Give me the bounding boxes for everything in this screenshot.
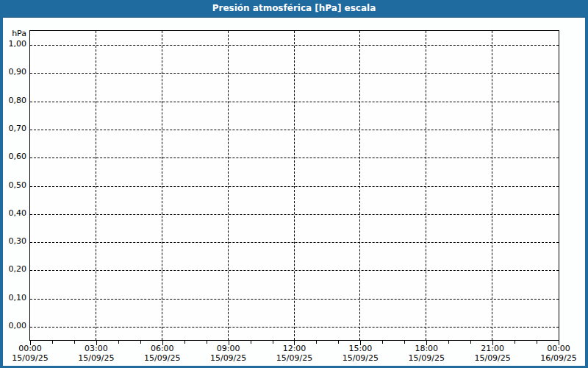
x-axis-time-label: 06:00 bbox=[151, 344, 174, 353]
x-axis-date-label: 15/09/25 bbox=[63, 353, 129, 363]
gridline-horizontal bbox=[30, 73, 559, 74]
window-title: Presión atmosférica [hPa] escala bbox=[212, 3, 376, 13]
x-axis-time-label: 12:00 bbox=[283, 344, 306, 353]
x-axis-time-label: 15:00 bbox=[349, 344, 373, 353]
gridline-horizontal bbox=[30, 270, 559, 271]
chart-window: Presión atmosférica [hPa] escala hPa 1,0… bbox=[0, 0, 588, 368]
x-axis-time-label: 09:00 bbox=[217, 344, 240, 353]
x-axis-time-label: 00:00 bbox=[547, 344, 570, 353]
y-axis-unit-label: hPa bbox=[3, 29, 26, 39]
x-axis-date-label: 15/09/25 bbox=[129, 353, 196, 363]
gridline-vertical bbox=[162, 31, 162, 340]
y-axis-tick-label: 0,00 bbox=[3, 321, 26, 331]
x-axis-label: 00:0016/09/25 bbox=[526, 344, 588, 363]
gridline-horizontal bbox=[30, 130, 559, 130]
x-axis-time-label: 21:00 bbox=[481, 344, 504, 353]
x-axis-time-label: 03:00 bbox=[85, 344, 108, 353]
x-axis-time-label: 18:00 bbox=[415, 344, 438, 353]
y-axis-tick-label: 0,50 bbox=[3, 180, 26, 191]
x-axis-label: 09:0015/09/25 bbox=[196, 344, 262, 363]
gridline-vertical bbox=[228, 31, 229, 340]
gridline-vertical bbox=[294, 31, 295, 340]
x-axis-date-label: 15/09/25 bbox=[196, 353, 262, 363]
y-axis-tick-label: 0,70 bbox=[3, 124, 26, 134]
gridline-vertical bbox=[359, 31, 360, 340]
x-axis-time-label: 00:00 bbox=[18, 344, 42, 353]
gridline-horizontal bbox=[30, 186, 559, 187]
gridline-horizontal bbox=[30, 242, 559, 243]
y-axis-tick-label: 0,30 bbox=[3, 236, 26, 247]
y-axis-tick-label: 0,90 bbox=[3, 67, 26, 77]
x-axis-label: 03:0015/09/25 bbox=[63, 344, 129, 363]
x-axis-date-label: 15/09/25 bbox=[327, 353, 393, 363]
gridline-horizontal bbox=[30, 214, 559, 215]
gridline-vertical bbox=[426, 31, 426, 340]
window-title-bar: Presión atmosférica [hPa] escala bbox=[0, 0, 588, 18]
x-axis-date-label: 16/09/25 bbox=[526, 353, 588, 363]
x-axis-label: 21:0015/09/25 bbox=[459, 344, 526, 363]
y-axis-tick-label: 0,40 bbox=[3, 208, 26, 219]
x-axis-date-label: 15/09/25 bbox=[393, 353, 459, 363]
gridline-horizontal bbox=[30, 45, 559, 46]
gridline-horizontal bbox=[30, 327, 559, 328]
x-axis-label: 15:0015/09/25 bbox=[327, 344, 393, 363]
y-axis-tick-label: 0,60 bbox=[3, 152, 26, 162]
x-axis-date-label: 15/09/25 bbox=[262, 353, 328, 363]
gridline-vertical bbox=[492, 31, 492, 340]
x-axis-date-label: 15/09/25 bbox=[0, 353, 63, 363]
y-axis-tick-label: 1,00 bbox=[3, 39, 26, 49]
gridline-vertical bbox=[96, 31, 96, 340]
plot-area bbox=[29, 30, 559, 341]
y-axis-tick-label: 0,80 bbox=[3, 96, 26, 106]
y-axis-tick-label: 0,20 bbox=[3, 264, 26, 275]
x-axis-date-label: 15/09/25 bbox=[459, 353, 526, 363]
gridline-horizontal bbox=[30, 102, 559, 102]
x-axis-label: 06:0015/09/25 bbox=[129, 344, 196, 363]
x-axis-label: 12:0015/09/25 bbox=[262, 344, 328, 363]
x-axis-label: 18:0015/09/25 bbox=[393, 344, 459, 363]
gridline-horizontal bbox=[30, 299, 559, 300]
gridline-horizontal bbox=[30, 158, 559, 158]
y-axis-tick-label: 0,10 bbox=[3, 293, 26, 303]
x-axis-label: 00:0015/09/25 bbox=[0, 344, 63, 363]
